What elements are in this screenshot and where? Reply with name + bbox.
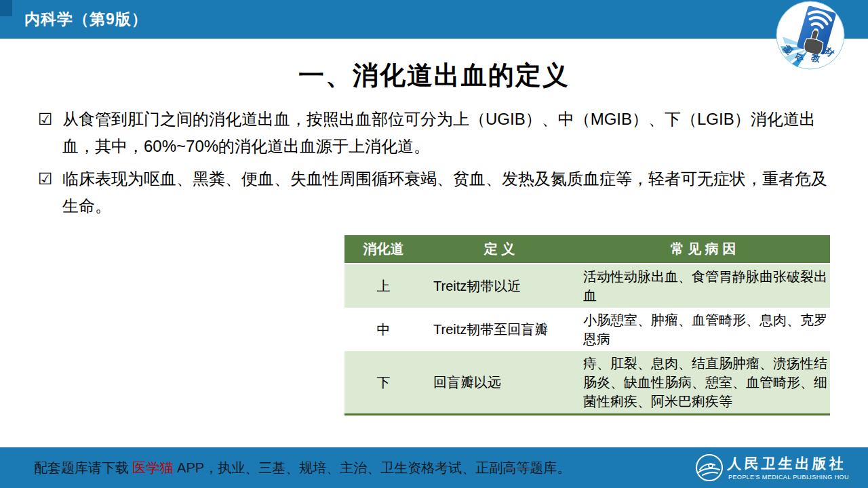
table-header-tract: 消化道 bbox=[344, 235, 422, 263]
publisher-logo: 人民卫生出版社 PEOPLE'S MEDICAL PUBLISHING HOUS… bbox=[694, 452, 849, 483]
bullet-item: ☑ 临床表现为呕血、黑粪、便血、失血性周围循环衰竭、贫血、发热及氮质血症等，轻者… bbox=[38, 165, 835, 220]
publisher-logo-graphic: 人民卫生出版社 PEOPLE'S MEDICAL PUBLISHING HOUS… bbox=[694, 452, 849, 483]
page-title: 一、消化道出血的定义 bbox=[0, 58, 868, 93]
cell-region: 中 bbox=[344, 308, 422, 351]
publisher-name-en: PEOPLE'S MEDICAL PUBLISHING HOUSE bbox=[728, 474, 849, 481]
table-row: 下 回盲瓣以远 痔、肛裂、息肉、结直肠肿瘤、溃疡性结肠炎、缺血性肠病、憩室、血管… bbox=[344, 351, 830, 413]
publisher-name-cn: 人民卫生出版社 bbox=[726, 455, 847, 471]
cell-region: 上 bbox=[344, 264, 422, 308]
bullet-text: 临床表现为呕血、黑粪、便血、失血性周围循环衰竭、贫血、发热及氮质血症等，轻者可无… bbox=[62, 165, 835, 220]
publisher-swirl-icon bbox=[696, 455, 722, 481]
footer-note-prefix: 配套题库请下载 bbox=[34, 460, 133, 475]
top-bar: 内科学（第9版） bbox=[0, 0, 868, 39]
checkbox-checked-icon: ☑ bbox=[38, 165, 62, 220]
cell-definition: 回盲瓣以远 bbox=[422, 351, 576, 413]
top-corner-decoration bbox=[0, 0, 12, 16]
footer-bar: 配套题库请下载 医学猫 APP，执业、三基、规培、主治、卫生资格考试、正副高等题… bbox=[0, 447, 868, 488]
book-title: 内科学（第9版） bbox=[24, 0, 148, 39]
bullet-list: ☑ 从食管到肛门之间的消化道出血，按照出血部位可分为上（UGIB）、中（MGIB… bbox=[38, 106, 835, 225]
cell-definition: Treitz韧带以近 bbox=[422, 264, 576, 308]
bullet-text: 从食管到肛门之间的消化道出血，按照出血部位可分为上（UGIB）、中（MGIB）、… bbox=[62, 106, 835, 160]
checkbox-checked-icon: ☑ bbox=[38, 106, 62, 160]
table-header-row: 消化道 定 义 常 见 病 因 bbox=[344, 235, 830, 263]
table-row: 中 Treitz韧带至回盲瓣 小肠憩室、肿瘤、血管畸形、息肉、克罗恩病 bbox=[344, 308, 830, 351]
table-header-definition: 定 义 bbox=[422, 235, 576, 263]
table-row: 上 Treitz韧带以近 活动性动脉出血、食管胃静脉曲张破裂出血 bbox=[344, 264, 830, 308]
footer-note-suffix: APP，执业、三基、规培、主治、卫生资格考试、正副高等题库。 bbox=[174, 460, 571, 475]
cell-causes: 痔、肛裂、息肉、结直肠肿瘤、溃疡性结肠炎、缺血性肠病、憩室、血管畸形、细菌性痢疾… bbox=[576, 351, 830, 413]
bullet-item: ☑ 从食管到肛门之间的消化道出血，按照出血部位可分为上（UGIB）、中（MGIB… bbox=[38, 106, 835, 160]
cell-definition: Treitz韧带至回盲瓣 bbox=[422, 308, 576, 351]
cell-causes: 小肠憩室、肿瘤、血管畸形、息肉、克罗恩病 bbox=[576, 308, 830, 351]
gi-bleeding-table: 消化道 定 义 常 见 病 因 上 Treitz韧带以近 活动性动脉出血、食管胃… bbox=[344, 235, 830, 415]
footer-note: 配套题库请下载 医学猫 APP，执业、三基、规培、主治、卫生资格考试、正副高等题… bbox=[34, 447, 570, 488]
cell-region: 下 bbox=[344, 351, 422, 413]
slide: 内科学（第9版） bbox=[0, 0, 868, 488]
cell-causes: 活动性动脉出血、食管胃静脉曲张破裂出血 bbox=[576, 264, 830, 308]
footer-app-name: 医学猫 bbox=[133, 460, 174, 475]
table-header-causes: 常 见 病 因 bbox=[576, 235, 830, 263]
